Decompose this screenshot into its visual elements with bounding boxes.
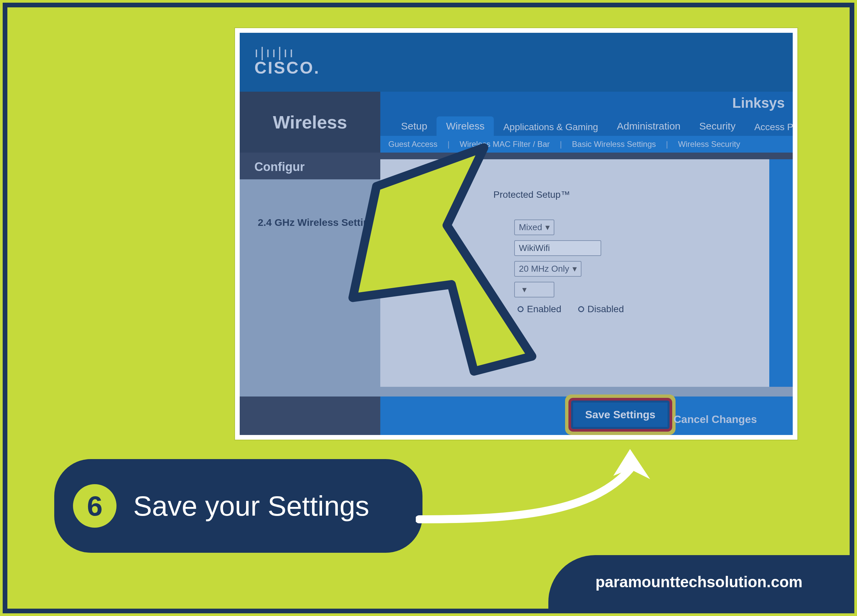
subtab-mac[interactable]: Wireless MAC Filter / Bar xyxy=(459,139,550,149)
mode-row: Mixed xyxy=(514,219,554,235)
content-area: Configur 2.4 GHz Wireless Settings Manua… xyxy=(240,153,793,397)
width-row: 20 MHz Only xyxy=(514,261,582,277)
tab-setup[interactable]: Setup xyxy=(392,116,436,136)
channel-select[interactable] xyxy=(514,282,554,298)
router-screenshot: ı|ıı|ıı CISCO. Wireless Linksys Setup Wi… xyxy=(235,28,797,440)
channel-row xyxy=(514,282,554,298)
step-title: Save your Settings xyxy=(133,490,369,522)
nav-row: Wireless Linksys Setup Wireless Applicat… xyxy=(240,92,793,153)
radio-disabled-label: Disabled xyxy=(588,304,624,315)
nav-tabs: Setup Wireless Applications & Gaming Adm… xyxy=(380,116,793,136)
width-select[interactable]: 20 MHz Only xyxy=(514,261,582,277)
config-mode-row: Manual Protected Setup™ xyxy=(410,189,570,200)
ssid-row: WikiWifi xyxy=(514,240,601,256)
tab-apps-label: Applications & Gaming xyxy=(503,122,598,132)
step-pill: 6 Save your Settings xyxy=(54,459,422,553)
cisco-logo: ı|ıı|ıı CISCO. xyxy=(254,47,320,78)
bottom-bar: Save Settings Cancel Changes xyxy=(240,397,793,435)
side-strip xyxy=(769,159,793,387)
brand-text: CISCO. xyxy=(254,58,320,78)
radio-enabled-label: Enabled xyxy=(527,304,562,315)
cisco-header: ı|ıı|ıı CISCO. xyxy=(240,33,793,92)
screenshot-inner: ı|ıı|ıı CISCO. Wireless Linksys Setup Wi… xyxy=(240,33,793,435)
device-name: Linksys xyxy=(732,95,785,111)
radio-disabled[interactable]: Disabled xyxy=(578,304,624,315)
footer: paramounttechsolution.com xyxy=(548,555,850,609)
subtab-basic[interactable]: Basic Wireless Settings xyxy=(572,139,656,149)
cisco-bars-icon: ı|ıı|ıı xyxy=(254,47,295,58)
step-number-badge: 6 xyxy=(73,484,116,528)
section-header: Configur xyxy=(254,160,305,174)
radio-dot-icon xyxy=(518,306,524,312)
mode-select[interactable]: Mixed xyxy=(514,219,554,235)
tab-access-label: Access Policy xyxy=(754,122,797,132)
section-title: Wireless xyxy=(240,92,380,153)
radio-enabled[interactable]: Enabled xyxy=(518,304,562,315)
tab-wireless[interactable]: Wireless xyxy=(436,116,494,136)
subtab-guest[interactable]: Guest Access xyxy=(388,139,438,149)
band-label: 2.4 GHz Wireless Settings xyxy=(258,217,381,228)
ssid-broadcast-row: Enabled Disabled xyxy=(518,304,624,315)
subtab-security[interactable]: Wireless Security xyxy=(678,139,740,149)
ssid-input[interactable]: WikiWifi xyxy=(514,240,601,256)
outer-frame: ı|ıı|ıı CISCO. Wireless Linksys Setup Wi… xyxy=(3,3,854,613)
tab-security[interactable]: Security xyxy=(690,116,745,136)
config-manual-label[interactable]: Manual xyxy=(410,189,441,200)
nav-subtabs: Guest Access | Wireless MAC Filter / Bar… xyxy=(380,136,793,153)
sep-icon: | xyxy=(666,139,668,149)
config-wps-label[interactable]: Protected Setup™ xyxy=(493,189,570,200)
tab-access[interactable]: Access Policy xyxy=(745,118,797,136)
sep-icon: | xyxy=(447,139,450,149)
footer-text: paramounttechsolution.com xyxy=(596,573,803,591)
save-settings-button[interactable]: Save Settings xyxy=(571,400,670,429)
cancel-changes-button[interactable]: Cancel Changes xyxy=(662,407,769,432)
sep-icon: | xyxy=(560,139,562,149)
nav-main: Linksys Setup Wireless Applications & Ga… xyxy=(380,92,793,153)
tab-apps[interactable]: Applications & Gaming xyxy=(494,118,607,136)
tab-admin[interactable]: Administration xyxy=(608,116,690,136)
radio-dot-icon xyxy=(578,306,584,312)
